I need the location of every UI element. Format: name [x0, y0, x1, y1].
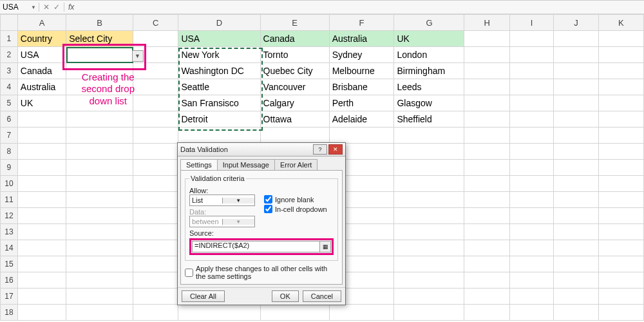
cell-H7[interactable] — [464, 128, 509, 144]
row-header-15[interactable]: 15 — [1, 256, 18, 272]
cell-G12[interactable] — [394, 208, 464, 224]
col-header-J[interactable]: J — [554, 15, 598, 31]
cell-I13[interactable] — [509, 224, 554, 240]
cell-H12[interactable] — [464, 208, 509, 224]
cell-A7[interactable] — [17, 128, 66, 144]
cell-A12[interactable] — [17, 208, 66, 224]
cell-K17[interactable] — [598, 289, 643, 305]
cell-A15[interactable] — [17, 256, 66, 272]
col-header-C[interactable]: C — [133, 15, 178, 31]
cell-K7[interactable] — [598, 128, 643, 144]
cell-K5[interactable] — [598, 95, 643, 111]
cell-K15[interactable] — [598, 256, 643, 272]
cell-G6[interactable]: Sheffield — [394, 111, 464, 128]
cell-F5[interactable]: Perth — [329, 95, 394, 111]
cell-K18[interactable] — [598, 305, 643, 321]
help-icon[interactable]: ? — [313, 144, 327, 155]
cell-D18[interactable] — [178, 305, 260, 321]
cell-D2[interactable]: New York — [178, 47, 260, 63]
cell-B2[interactable] — [66, 47, 133, 63]
cell-B6[interactable] — [66, 111, 133, 128]
cell-E3[interactable]: Quebec City — [260, 63, 329, 79]
cell-G11[interactable] — [394, 192, 464, 208]
cell-I4[interactable] — [509, 79, 554, 95]
cell-A13[interactable] — [17, 224, 66, 240]
cell-C9[interactable] — [133, 160, 178, 176]
cell-H13[interactable] — [464, 224, 509, 240]
cell-K14[interactable] — [598, 240, 643, 256]
cell-B14[interactable] — [66, 240, 133, 256]
cell-G4[interactable]: Leeds — [394, 79, 464, 95]
allow-combo[interactable]: List ▼ — [189, 194, 255, 206]
cell-A9[interactable] — [17, 160, 66, 176]
cell-D6[interactable]: Detroit — [178, 111, 260, 128]
range-picker-icon[interactable]: ▦ — [319, 242, 330, 252]
cell-I14[interactable] — [509, 240, 554, 256]
cell-J12[interactable] — [554, 208, 598, 224]
col-header-H[interactable]: H — [464, 15, 509, 31]
cell-J17[interactable] — [554, 289, 598, 305]
row-header-10[interactable]: 10 — [1, 176, 18, 192]
cell-A14[interactable] — [17, 240, 66, 256]
dialog-titlebar[interactable]: Data Validation ? ✕ — [178, 143, 345, 156]
cell-K16[interactable] — [598, 272, 643, 289]
row-header-8[interactable]: 8 — [1, 144, 18, 160]
cell-B15[interactable] — [66, 256, 133, 272]
cell-A4[interactable]: Australia — [17, 79, 66, 95]
cell-C15[interactable] — [133, 256, 178, 272]
source-input[interactable]: =INDIRECT($A2) ▦ — [192, 241, 331, 252]
cell-J18[interactable] — [554, 305, 598, 321]
cell-E6[interactable]: Ottawa — [260, 111, 329, 128]
cell-A3[interactable]: Canada — [17, 63, 66, 79]
cell-K11[interactable] — [598, 192, 643, 208]
cell-J11[interactable] — [554, 192, 598, 208]
cell-D3[interactable]: Washington DC — [178, 63, 260, 79]
cell-G15[interactable] — [394, 256, 464, 272]
cell-I16[interactable] — [509, 272, 554, 289]
row-header-13[interactable]: 13 — [1, 224, 18, 240]
row-header-11[interactable]: 11 — [1, 192, 18, 208]
tab-input-message[interactable]: Input Message — [217, 159, 275, 170]
tab-settings[interactable]: Settings — [180, 159, 218, 170]
cell-B17[interactable] — [66, 289, 133, 305]
cell-C8[interactable] — [133, 144, 178, 160]
cell-C6[interactable] — [133, 111, 178, 128]
cancel-button[interactable]: Cancel — [303, 290, 341, 302]
cell-A10[interactable] — [17, 176, 66, 192]
incell-dropdown-checkbox[interactable]: In-cell dropdown — [264, 205, 327, 213]
row-header-9[interactable]: 9 — [1, 160, 18, 176]
col-header-B[interactable]: B — [66, 15, 133, 31]
cell-J3[interactable] — [554, 63, 598, 79]
chevron-down-icon[interactable]: ▼ — [31, 5, 36, 10]
cell-I18[interactable] — [509, 305, 554, 321]
cell-D7[interactable] — [178, 128, 260, 144]
cell-G10[interactable] — [394, 176, 464, 192]
cell-I11[interactable] — [509, 192, 554, 208]
cell-I3[interactable] — [509, 63, 554, 79]
cell-H10[interactable] — [464, 176, 509, 192]
cell-B9[interactable] — [66, 160, 133, 176]
cell-I12[interactable] — [509, 208, 554, 224]
cell-E2[interactable]: Tornto — [260, 47, 329, 63]
tab-error-alert[interactable]: Error Alert — [274, 159, 318, 170]
cell-A6[interactable] — [17, 111, 66, 128]
cell-B11[interactable] — [66, 192, 133, 208]
cell-F7[interactable] — [329, 128, 394, 144]
cell-J4[interactable] — [554, 79, 598, 95]
cell-A16[interactable] — [17, 272, 66, 289]
cell-G3[interactable]: Birmingham — [394, 63, 464, 79]
cell-K2[interactable] — [598, 47, 643, 63]
cell-C17[interactable] — [133, 289, 178, 305]
cell-G16[interactable] — [394, 272, 464, 289]
cell-K9[interactable] — [598, 160, 643, 176]
row-header-2[interactable]: 2 — [1, 47, 18, 63]
cell-H14[interactable] — [464, 240, 509, 256]
ignore-blank-checkbox[interactable]: Ignore blank — [264, 195, 327, 204]
cell-H15[interactable] — [464, 256, 509, 272]
cell-H1[interactable] — [464, 31, 509, 47]
cell-H8[interactable] — [464, 144, 509, 160]
cell-A5[interactable]: UK — [17, 95, 66, 111]
cell-B1[interactable]: Select City — [66, 31, 133, 47]
dropdown-arrow-icon[interactable]: ▼ — [132, 50, 144, 62]
cell-E4[interactable]: Vancouver — [260, 79, 329, 95]
